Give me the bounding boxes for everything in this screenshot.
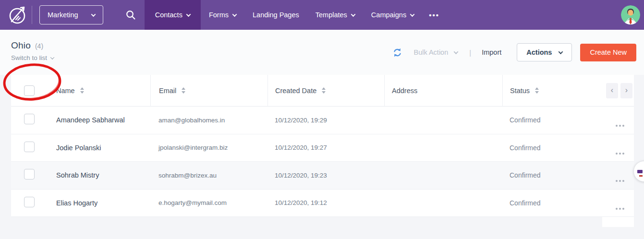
nav-item-landing-pages[interactable]: Landing Pages <box>244 0 307 30</box>
column-pager: ‹ › <box>606 83 632 98</box>
sort-icon[interactable] <box>322 87 326 94</box>
nav-item-label: Landing Pages <box>253 11 299 19</box>
page-title: Ohio <box>11 40 31 51</box>
logo-icon <box>8 20 29 27</box>
table-row[interactable]: Amandeep Sabharwal aman@globalhomes.in 1… <box>11 107 634 134</box>
row-checkbox[interactable] <box>24 169 35 179</box>
contact-status: Confirmed <box>502 199 606 207</box>
chevron-down-icon <box>351 12 355 17</box>
column-header-name[interactable]: Name <box>46 75 150 106</box>
contact-created-date: 10/12/2020, 19:12 <box>267 199 384 206</box>
create-new-button[interactable]: Create New <box>580 44 636 61</box>
record-count: (4) <box>35 42 43 50</box>
column-header-email[interactable]: Email <box>150 75 267 106</box>
sort-icon[interactable] <box>535 87 539 94</box>
select-all-checkbox[interactable] <box>24 85 35 96</box>
row-checkbox[interactable] <box>24 114 35 124</box>
toolbar-divider: | <box>469 48 471 57</box>
nav-item-forms[interactable]: Forms <box>201 0 244 30</box>
contact-email: aman@globalhomes.in <box>150 117 267 124</box>
table-row[interactable]: Sohrab Mistry sohrabm@brizex.au 10/12/20… <box>11 162 634 190</box>
list-toolbar: Bulk Action | Import Actions Create New <box>391 30 644 75</box>
floating-help-widget[interactable] <box>633 161 644 182</box>
row-menu-dots-icon[interactable] <box>606 153 634 155</box>
app-switcher-button[interactable]: Marketing <box>39 5 103 24</box>
table-row[interactable]: Elias Hogarty e.hogarty@mymail.com 10/12… <box>11 190 634 217</box>
widget-icon <box>637 170 643 173</box>
avatar-image <box>621 18 640 24</box>
column-header-address: Address <box>384 75 502 106</box>
chevron-down-icon <box>559 49 563 54</box>
nav-item-contacts[interactable]: Contacts <box>145 0 201 30</box>
column-pager-cell: ‹ › <box>606 75 634 106</box>
refresh-icon <box>392 52 402 59</box>
refresh-button[interactable] <box>391 47 403 59</box>
row-menu-dots-icon[interactable] <box>606 125 634 127</box>
contact-name[interactable]: Sohrab Mistry <box>46 171 150 179</box>
top-navigation: Marketing Contacts Forms Landing Pages T… <box>0 0 644 30</box>
contact-status: Confirmed <box>502 144 606 152</box>
contact-email: e.hogarty@mymail.com <box>150 199 267 206</box>
contact-name[interactable]: Amandeep Sabharwal <box>46 116 150 124</box>
contact-created-date: 10/12/2020, 19:29 <box>267 117 384 124</box>
row-checkbox[interactable] <box>24 197 35 207</box>
row-checkbox[interactable] <box>24 142 35 152</box>
chevron-down-icon <box>186 12 191 17</box>
search-button[interactable] <box>123 8 138 22</box>
table-header-row: Name Email Created Date Address Status ‹ <box>11 75 634 107</box>
nav-item-templates[interactable]: Templates <box>307 0 363 30</box>
chevron-down-icon <box>232 12 237 17</box>
actions-label: Actions <box>526 48 552 56</box>
actions-button[interactable]: Actions <box>517 43 572 61</box>
title-block: Ohio (4) Switch to list <box>0 30 54 75</box>
column-header-created-date[interactable]: Created Date <box>267 75 384 106</box>
nav-item-label: Campaigns <box>371 11 406 19</box>
nav-item-label: Contacts <box>155 11 182 19</box>
contact-email: jpolanski@intergram.biz <box>150 144 267 151</box>
bulk-action-dropdown[interactable]: Bulk Action <box>414 48 458 56</box>
app-switcher-label: Marketing <box>48 11 78 19</box>
scroll-columns-left-button[interactable]: ‹ <box>606 83 618 98</box>
row-menu-dots-icon[interactable] <box>606 180 634 182</box>
switch-to-list-label: Switch to list <box>11 54 47 61</box>
contact-created-date: 10/12/2020, 19:23 <box>267 172 384 179</box>
nav-item-label: Forms <box>209 11 229 19</box>
primary-nav: Contacts Forms Landing Pages Templates C… <box>145 0 446 30</box>
chevron-down-icon <box>454 49 459 54</box>
header-checkbox-cell <box>11 75 46 106</box>
chevron-down-icon <box>50 55 54 59</box>
column-header-status[interactable]: Status <box>502 75 606 106</box>
nav-more-button[interactable]: ••• <box>422 0 446 30</box>
contact-name[interactable]: Elias Hogarty <box>46 199 150 207</box>
contacts-table: Name Email Created Date Address Status ‹ <box>11 75 634 217</box>
nav-item-campaigns[interactable]: Campaigns <box>363 0 422 30</box>
row-menu-dots-icon[interactable] <box>606 208 634 210</box>
nav-item-label: Templates <box>316 11 347 19</box>
sort-icon[interactable] <box>80 87 84 94</box>
search-icon <box>125 14 136 22</box>
page-subheader: Ohio (4) Switch to list Bulk Action <box>0 30 644 75</box>
chevron-down-icon <box>91 12 96 17</box>
ellipsis-icon: ••• <box>429 11 439 19</box>
content-area: Name Email Created Date Address Status ‹ <box>0 75 644 239</box>
table-scroll-gutter <box>602 217 634 227</box>
app-logo[interactable] <box>8 4 29 25</box>
nav-divider <box>32 6 32 24</box>
import-link[interactable]: Import <box>482 48 501 56</box>
contact-status: Confirmed <box>502 116 606 124</box>
bulk-action-label: Bulk Action <box>414 48 449 56</box>
contact-email: sohrabm@brizex.au <box>150 172 267 179</box>
switch-to-list-dropdown[interactable]: Switch to list <box>11 54 54 61</box>
contact-status: Confirmed <box>502 171 606 179</box>
chevron-down-icon <box>410 12 415 17</box>
scroll-columns-right-button[interactable]: › <box>620 83 632 98</box>
table-row[interactable]: Jodie Polanski jpolanski@intergram.biz 1… <box>11 134 634 162</box>
contact-created-date: 10/12/2020, 19:27 <box>267 144 384 151</box>
sort-icon[interactable] <box>182 87 185 94</box>
user-avatar[interactable] <box>621 5 640 24</box>
contact-name[interactable]: Jodie Polanski <box>46 144 150 152</box>
